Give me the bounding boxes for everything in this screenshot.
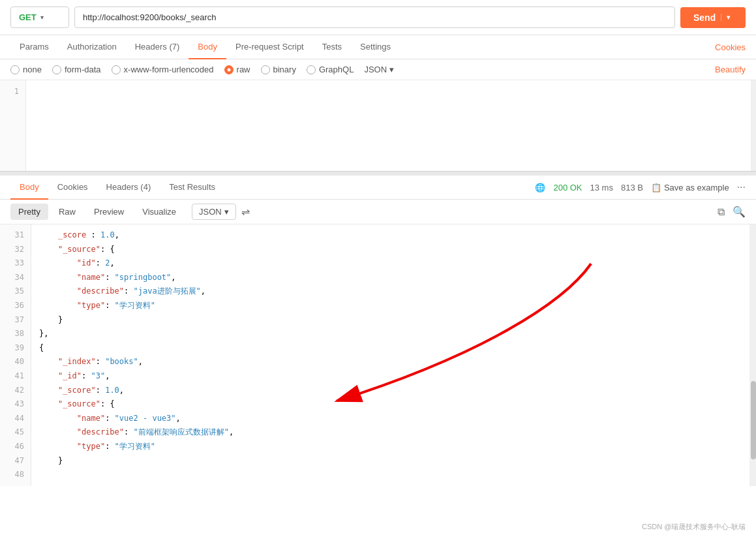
tab-body[interactable]: Body: [189, 35, 226, 59]
send-dropdown-icon: ▾: [721, 14, 730, 21]
response-code-body[interactable]: _score : 1.0, "_source": { "id": 2, "nam…: [31, 224, 749, 486]
status-code: 200 OK: [553, 183, 582, 192]
code-line-31: _score : 1.0,: [39, 228, 742, 243]
globe-icon: 🌐: [535, 183, 545, 192]
code-line-36: "type": "学习资料": [39, 299, 742, 313]
code-line-43: "_source": {: [39, 397, 742, 412]
save-example-label: Save as example: [664, 183, 729, 192]
request-scrollbar[interactable]: [751, 80, 756, 171]
option-raw[interactable]: raw: [224, 65, 250, 74]
tab-params[interactable]: Params: [10, 35, 58, 59]
option-graphql[interactable]: GraphQL: [307, 65, 354, 74]
tab-settings[interactable]: Settings: [351, 35, 400, 59]
radio-urlencoded: [112, 65, 121, 74]
code-line-46: "type": "学习资料": [39, 440, 742, 454]
response-tab-test-results[interactable]: Test Results: [160, 176, 224, 200]
tab-tests[interactable]: Tests: [313, 35, 351, 59]
tab-prerequest[interactable]: Pre-request Script: [226, 35, 313, 59]
request-line-numbers: 1: [0, 80, 26, 171]
view-preview-button[interactable]: Preview: [86, 204, 132, 220]
more-options-icon[interactable]: ···: [737, 181, 746, 193]
response-tabs-bar: Body Cookies Headers (4) Test Results 🌐 …: [0, 176, 756, 200]
method-chevron-icon: ▾: [40, 14, 44, 21]
response-toolbar-right: ⧉ 🔍: [718, 206, 746, 218]
response-toolbar: Pretty Raw Preview Visualize JSON ▾ ⇌ ⧉ …: [0, 200, 756, 224]
save-icon: 📋: [651, 183, 661, 192]
url-input[interactable]: [74, 7, 675, 28]
request-editor: 1: [0, 80, 756, 172]
wrap-icon[interactable]: ⇌: [241, 206, 250, 218]
format-label: JSON: [364, 65, 387, 74]
code-line-48: [39, 468, 742, 482]
request-code-content[interactable]: [26, 80, 751, 171]
url-bar: GET ▾ Send ▾: [0, 0, 756, 35]
code-line-34: "name": "springboot",: [39, 271, 742, 285]
save-example-button[interactable]: 📋 Save as example: [651, 183, 729, 192]
status-size: 813 B: [621, 183, 643, 192]
format-selector[interactable]: JSON ▾: [364, 65, 394, 74]
response-format-chevron-icon: ▾: [224, 207, 229, 217]
option-none[interactable]: none: [10, 65, 42, 74]
option-form-data[interactable]: form-data: [52, 65, 101, 74]
watermark: CSDN @瑞晟技术服务中心-耿瑞: [642, 522, 746, 532]
copy-icon[interactable]: ⧉: [718, 206, 725, 218]
beautify-button[interactable]: Beautify: [715, 65, 746, 74]
tab-headers[interactable]: Headers (7): [126, 35, 189, 59]
view-pretty-button[interactable]: Pretty: [10, 204, 48, 220]
code-line-39: {: [39, 341, 742, 356]
tab-authorization[interactable]: Authorization: [58, 35, 126, 59]
code-line-44: "name": "vue2 - vue3",: [39, 412, 742, 426]
response-scrollbar[interactable]: [749, 224, 756, 486]
request-tabs-bar: Params Authorization Headers (7) Body Pr…: [0, 35, 756, 59]
status-time: 13 ms: [590, 183, 613, 192]
view-raw-button[interactable]: Raw: [51, 204, 83, 220]
view-visualize-button[interactable]: Visualize: [134, 204, 184, 220]
main-container: GET ▾ Send ▾ Params Authorization Header…: [0, 0, 756, 537]
response-tab-cookies[interactable]: Cookies: [48, 176, 97, 200]
radio-form-data: [52, 65, 61, 74]
code-line-35: "describe": "java进阶与拓展",: [39, 284, 742, 299]
code-line-33: "id": 2,: [39, 256, 742, 271]
send-button[interactable]: Send ▾: [680, 7, 746, 28]
code-line-47: }: [39, 454, 742, 468]
option-binary[interactable]: binary: [261, 65, 296, 74]
scrollbar-thumb: [751, 381, 756, 459]
code-line-32: "_source": {: [39, 243, 742, 257]
response-format-selector[interactable]: JSON ▾: [192, 204, 236, 220]
format-chevron-icon: ▾: [389, 65, 394, 74]
response-code-area: 31 32 33 34 35 36 37 38 39 40 41 42 43 4…: [0, 224, 756, 486]
method-select[interactable]: GET ▾: [10, 7, 69, 28]
option-urlencoded[interactable]: x-www-form-urlencoded: [112, 65, 214, 74]
code-line-38: },: [39, 327, 742, 341]
radio-raw: [224, 65, 234, 74]
response-line-numbers: 31 32 33 34 35 36 37 38 39 40 41 42 43 4…: [0, 224, 31, 486]
response-tab-body[interactable]: Body: [10, 176, 48, 200]
method-label: GET: [19, 12, 37, 22]
radio-binary: [261, 65, 270, 74]
code-line-45: "describe": "前端框架响应式数据讲解",: [39, 425, 742, 440]
response-format-label: JSON: [199, 207, 222, 217]
radio-none: [10, 65, 20, 74]
code-line-42: "_score": 1.0,: [39, 384, 742, 398]
response-tab-headers[interactable]: Headers (4): [97, 176, 160, 200]
cookies-link[interactable]: Cookies: [715, 42, 746, 52]
body-options: none form-data x-www-form-urlencoded raw…: [0, 59, 756, 80]
search-icon[interactable]: 🔍: [733, 206, 746, 218]
code-line-41: "_id": "3",: [39, 369, 742, 384]
send-label: Send: [693, 12, 716, 23]
code-line-40: "_index": "books",: [39, 355, 742, 369]
code-line-37: }: [39, 313, 742, 328]
radio-graphql: [307, 65, 316, 74]
response-meta: 🌐 200 OK 13 ms 813 B 📋 Save as example ·…: [535, 181, 746, 193]
